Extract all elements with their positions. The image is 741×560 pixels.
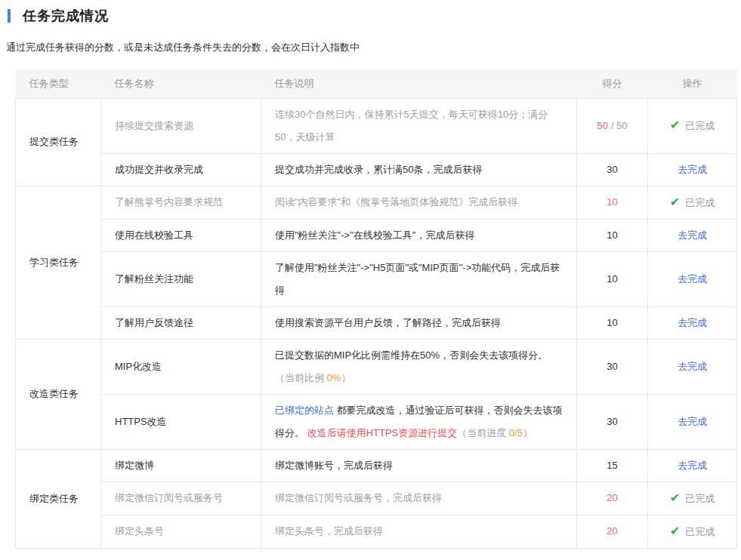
- bound-sites-link[interactable]: 已绑定的站点: [275, 405, 334, 416]
- completed-status: ✔已完成: [670, 120, 715, 131]
- score-value: 10: [607, 196, 617, 208]
- text-segment: ）: [523, 427, 533, 438]
- check-icon: ✔: [670, 520, 680, 543]
- task-action-cell: ✔已完成: [648, 482, 737, 515]
- check-icon: ✔: [670, 114, 680, 137]
- text-segment: 连续30个自然日内，保持累计5天提交，每天可获得10分；满分50，天级计算: [275, 109, 548, 143]
- text-segment: 了解使用"粉丝关注"->"H5页面"或"MIP页面"->功能代码，完成后获得: [275, 262, 560, 296]
- page-title: 任务完成情况: [23, 7, 109, 25]
- score-value: 30: [607, 416, 617, 427]
- go-complete-link[interactable]: 去完成: [678, 164, 707, 175]
- go-complete-link[interactable]: 去完成: [678, 460, 707, 471]
- text-segment: 绑定头条号，完成后获得: [275, 525, 383, 537]
- task-name: 了解粉丝关注功能: [101, 251, 261, 306]
- score-value: 30: [607, 164, 617, 175]
- task-action-cell: 去完成: [648, 339, 737, 394]
- score-value: 20: [607, 525, 617, 537]
- go-complete-link[interactable]: 去完成: [678, 416, 707, 427]
- go-complete-link[interactable]: 去完成: [678, 317, 707, 328]
- task-action-cell: ✔已完成: [648, 98, 737, 153]
- check-icon: ✔: [670, 191, 680, 214]
- task-action-cell: ✔已完成: [648, 186, 737, 219]
- task-description: 提交成功并完成收录，累计满50条，完成后获得: [261, 153, 577, 186]
- task-description: 绑定头条号，完成后获得: [261, 515, 577, 548]
- score-value: 20: [607, 492, 617, 503]
- task-action-cell: 去完成: [648, 219, 737, 251]
- task-name: MIP化改造: [101, 339, 261, 394]
- task-name: 绑定微博: [101, 449, 261, 482]
- task-score: 10: [577, 306, 648, 339]
- task-description: 绑定微信订阅号或服务号，完成后获得: [261, 482, 577, 515]
- task-type-cell: 提交类任务: [16, 98, 101, 186]
- go-complete-link[interactable]: 去完成: [678, 229, 707, 241]
- table-row: 绑定头条号绑定头条号，完成后获得20✔已完成: [16, 515, 737, 548]
- task-description: 使用"粉丝关注"->"在线校验工具"，完成后获得: [261, 219, 577, 251]
- task-name: 了解用户反馈途径: [101, 306, 261, 339]
- text-segment: 提交成功并完成收录，累计满50条，完成后获得: [275, 164, 482, 175]
- task-score: 30: [577, 153, 648, 186]
- table-row: 了解粉丝关注功能了解使用"粉丝关注"->"H5页面"或"MIP页面"->功能代码…: [16, 251, 737, 306]
- text-segment: 改造后请使用HTTPS资源进行提交: [307, 427, 458, 438]
- task-table: 任务类型任务名称任务说明得分操作 提交类任务持续提交搜索资源连续30个自然日内，…: [15, 69, 737, 549]
- page-subtitle: 通过完成任务获得的分数，或是未达成任务条件失去的分数，会在次日计入指数中: [6, 41, 741, 54]
- score-value: 50: [597, 120, 608, 131]
- task-description: 使用搜索资源平台用户反馈，了解路径，完成后获得: [261, 306, 577, 339]
- task-type-cell: 改造类任务: [16, 339, 101, 449]
- task-score: 20: [577, 482, 648, 515]
- score-value: 10: [607, 273, 617, 285]
- table-row: 成功提交并收录完成提交成功并完成收录，累计满50条，完成后获得30去完成: [16, 153, 737, 186]
- text-segment: 0/5: [509, 427, 523, 438]
- text-segment: 使用搜索资源平台用户反馈，了解路径，完成后获得: [275, 317, 501, 328]
- task-score: 10: [577, 219, 648, 251]
- table-row: HTTPS改造已绑定的站点 都要完成改造，通过验证后可获得，否则会失去该项得分。…: [16, 394, 737, 449]
- task-score: 15: [577, 449, 648, 482]
- column-header-col-task-desc: 任务说明: [261, 69, 577, 98]
- task-score: 10: [577, 251, 648, 306]
- task-completion-page: 任务完成情况 通过完成任务获得的分数，或是未达成任务条件失去的分数，会在次日计入…: [0, 7, 741, 549]
- table-row: 学习类任务了解熊掌号内容要求规范阅读"内容要求"和《熊掌号落地页体验规范》完成后…: [16, 186, 737, 219]
- task-action-cell: ✔已完成: [648, 515, 737, 548]
- table-row: 绑定类任务绑定微博绑定微博账号，完成后获得15去完成: [16, 449, 737, 482]
- score-value: / 50: [608, 120, 627, 131]
- task-score: 20: [577, 515, 648, 548]
- task-score: 30: [577, 339, 648, 394]
- task-action-cell: 去完成: [648, 394, 737, 449]
- table-row: 了解用户反馈途径使用搜索资源平台用户反馈，了解路径，完成后获得10去完成: [16, 306, 737, 339]
- task-name: HTTPS改造: [101, 394, 261, 449]
- column-header-col-score: 得分: [577, 69, 648, 98]
- task-name: 绑定微信订阅号或服务号: [101, 482, 261, 515]
- text-segment: 0%: [327, 372, 341, 383]
- completed-label: 已完成: [685, 120, 715, 131]
- go-complete-link[interactable]: 去完成: [678, 361, 707, 372]
- score-value: 15: [607, 460, 617, 471]
- task-action-cell: 去完成: [648, 449, 737, 482]
- table-row: 使用在线校验工具使用"粉丝关注"->"在线校验工具"，完成后获得10去完成: [16, 219, 737, 251]
- text-segment: 阅读"内容要求"和《熊掌号落地页体验规范》完成后获得: [275, 196, 517, 208]
- text-segment: ）: [341, 372, 350, 383]
- task-name: 持续提交搜索资源: [101, 98, 261, 153]
- column-header-col-task-name: 任务名称: [101, 69, 261, 98]
- task-score: 30: [577, 394, 648, 449]
- go-complete-link[interactable]: 去完成: [678, 273, 707, 285]
- text-segment: 绑定微信订阅号或服务号，完成后获得: [275, 492, 442, 503]
- task-description: 已提交数据的MIP化比例需维持在50%，否则会失去该项得分。（当前比例 0%）: [261, 339, 577, 394]
- table-row: 提交类任务持续提交搜索资源连续30个自然日内，保持累计5天提交，每天可获得10分…: [16, 98, 737, 153]
- completed-label: 已完成: [685, 197, 715, 208]
- title-accent-bar: [8, 9, 11, 23]
- text-segment: 已提交数据的MIP化比例需维持在50%，否则会失去该项得分。: [275, 349, 548, 361]
- section-header: 任务完成情况: [8, 7, 741, 25]
- completed-status: ✔已完成: [670, 526, 715, 537]
- task-name: 绑定头条号: [101, 515, 261, 548]
- text-segment: 绑定微博账号，完成后获得: [275, 460, 393, 471]
- text-segment: （当前进度: [457, 427, 509, 438]
- completed-status: ✔已完成: [670, 493, 715, 504]
- completed-label: 已完成: [685, 493, 715, 504]
- column-header-col-action: 操作: [648, 69, 737, 98]
- task-action-cell: 去完成: [648, 251, 737, 306]
- text-segment: 使用"粉丝关注"->"在线校验工具"，完成后获得: [275, 229, 474, 241]
- task-description: 已绑定的站点 都要完成改造，通过验证后可获得，否则会失去该项得分。 改造后请使用…: [261, 394, 577, 449]
- table-row: 绑定微信订阅号或服务号绑定微信订阅号或服务号，完成后获得20✔已完成: [16, 482, 737, 515]
- task-score: 50 / 50: [577, 98, 648, 153]
- check-icon: ✔: [670, 487, 680, 509]
- task-name: 成功提交并收录完成: [101, 153, 261, 186]
